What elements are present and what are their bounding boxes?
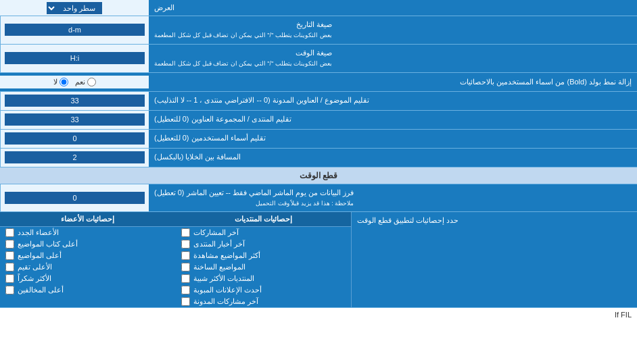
stat-new-members-checkbox[interactable] — [5, 228, 14, 237]
stat-item-viewed: أكثر المواضيع مشاهدة — [176, 250, 352, 261]
stat-item-top-writers: أعلى كتاب المواضيع — [0, 238, 176, 250]
username-order-label: تقليم أسماء المستخدمين (0 للتعطيل) — [149, 130, 637, 148]
stats-columns: إحصائيات المنتديات آخر المشاركات آخر أخب… — [0, 212, 352, 307]
stat-similar-checkbox[interactable] — [181, 274, 190, 283]
forum-order-input[interactable] — [5, 113, 145, 126]
time-cut-label: فرز البيانات من يوم الماشر الماضي فقط --… — [149, 184, 637, 212]
stat-item-new-members: الأعضاء الجدد — [0, 227, 176, 238]
stat-shares-checkbox[interactable] — [181, 228, 190, 237]
cell-spacing-row: المسافة بين الخلايا (بالبكسل) — [0, 149, 637, 167]
stat-news-checkbox[interactable] — [181, 240, 190, 249]
stat-most-thanks-checkbox[interactable] — [5, 274, 14, 283]
bold-yes-radio[interactable] — [87, 78, 96, 86]
cell-spacing-input[interactable] — [5, 151, 145, 163]
stat-item-ads: أحدث الإعلانات المبوبة — [176, 284, 352, 296]
cell-spacing-input-cell — [0, 149, 149, 167]
stat-top-violations-checkbox[interactable] — [5, 286, 14, 294]
display-input-cell: سطر واحد سطرين ثلاثة أسطر — [0, 0, 149, 16]
bold-no-label[interactable]: لا — [53, 78, 68, 86]
bold-yes-label[interactable]: نعم — [75, 78, 96, 86]
stat-item-top-violations: أعلى المخالفين — [0, 284, 176, 296]
stats-forums-header: إحصائيات المنتديات — [176, 212, 352, 227]
time-format-input[interactable] — [5, 52, 145, 64]
username-order-input-cell — [0, 130, 149, 148]
display-select[interactable]: سطر واحد سطرين ثلاثة أسطر — [47, 2, 102, 14]
stats-col-members: إحصائيات الأعضاء الأعضاء الجدد أعلى كتاب… — [0, 212, 176, 307]
date-format-input[interactable] — [5, 24, 145, 36]
stat-hot-checkbox[interactable] — [181, 263, 190, 271]
stat-item-similar: المنتديات الأكثر شبية — [176, 273, 352, 284]
bold-no-radio[interactable] — [60, 78, 68, 86]
time-format-row: صيغة الوقتبعض التكوينات يتطلب "/" التي ي… — [0, 45, 637, 73]
time-cut-header: قطع الوقت — [0, 167, 637, 184]
stat-blog-checkbox[interactable] — [181, 297, 190, 306]
display-row: العرض سطر واحد سطرين ثلاثة أسطر — [0, 0, 637, 16]
time-cut-input[interactable] — [5, 192, 145, 204]
date-format-row: صيغة التاريخبعض التكوينات يتطلب "/" التي… — [0, 16, 637, 45]
stat-top-rated-checkbox[interactable] — [5, 263, 14, 271]
forum-order-label: تقليم المنتدى / المجموعة العناوين (0 للت… — [149, 111, 637, 129]
subject-order-input[interactable] — [5, 95, 145, 107]
stats-members-header: إحصائيات الأعضاء — [0, 212, 176, 227]
stat-viewed-checkbox[interactable] — [181, 251, 190, 260]
forum-order-input-cell — [0, 111, 149, 129]
time-cut-row: فرز البيانات من يوم الماشر الماضي فقط --… — [0, 184, 637, 213]
date-format-input-cell — [0, 16, 149, 44]
time-cut-input-cell — [0, 184, 149, 212]
stat-item-news: آخر أخبار المنتدى — [176, 238, 352, 250]
subject-order-input-cell — [0, 92, 149, 110]
time-format-input-cell — [0, 45, 149, 72]
stat-item-most-thanks: الأكثر شكراً — [0, 273, 176, 284]
bold-remove-label: إزالة نمط بولد (Bold) من اسماء المستخدمي… — [149, 74, 637, 90]
bold-remove-radio-cell: نعم لا — [0, 76, 149, 88]
display-label: العرض — [149, 0, 637, 16]
subject-order-row: تقليم الموضوع / العناوين المدونة (0 -- ا… — [0, 92, 637, 111]
stat-top-referrers-checkbox[interactable] — [5, 251, 14, 260]
time-format-label: صيغة الوقتبعض التكوينات يتطلب "/" التي ي… — [149, 45, 637, 72]
footer-text: If FIL — [0, 308, 637, 321]
cell-spacing-label: المسافة بين الخلايا (بالبكسل) — [149, 149, 637, 167]
stats-apply-label: حدد إحصائيات لتطبيق قطع الوقت — [352, 212, 637, 307]
stats-col-forums: إحصائيات المنتديات آخر المشاركات آخر أخب… — [176, 212, 352, 307]
stat-item-top-referrers: أعلى المواضيع — [0, 250, 176, 261]
stat-ads-checkbox[interactable] — [181, 286, 190, 294]
stats-section: حدد إحصائيات لتطبيق قطع الوقت إحصائيات ا… — [0, 212, 637, 308]
username-order-row: تقليم أسماء المستخدمين (0 للتعطيل) — [0, 130, 637, 149]
stat-item-top-rated: الأعلى تقيم — [0, 261, 176, 273]
stat-item-shares: آخر المشاركات — [176, 227, 352, 238]
date-format-label: صيغة التاريخبعض التكوينات يتطلب "/" التي… — [149, 16, 637, 44]
stat-item-blog-posts: آخر مشاركات المدونة — [176, 296, 352, 307]
forum-order-row: تقليم المنتدى / المجموعة العناوين (0 للت… — [0, 111, 637, 130]
bold-remove-row: إزالة نمط بولد (Bold) من اسماء المستخدمي… — [0, 73, 637, 92]
stat-item-hot: المواضيع الساخنة — [176, 261, 352, 273]
subject-order-label: تقليم الموضوع / العناوين المدونة (0 -- ا… — [149, 92, 637, 110]
stat-top-writers-checkbox[interactable] — [5, 240, 14, 249]
username-order-input[interactable] — [5, 132, 145, 145]
